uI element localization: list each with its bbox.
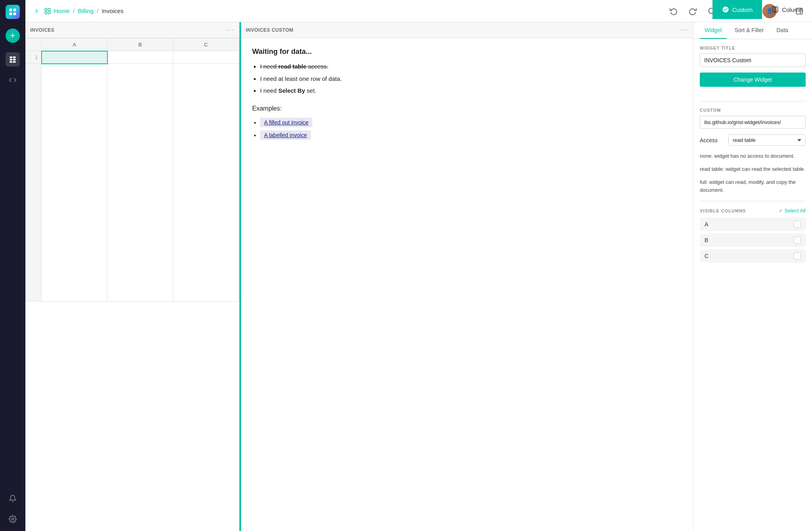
spreadsheet-menu-button[interactable]: ···	[226, 26, 234, 34]
custom-section-label: CUSTOM	[700, 108, 806, 113]
custom-panel-menu-button[interactable]: ···	[680, 26, 688, 34]
home-link[interactable]: Home	[54, 8, 70, 14]
table-row: 1	[26, 51, 239, 64]
svg-rect-6	[10, 59, 13, 60]
tab-column[interactable]: Column	[762, 0, 812, 19]
waiting-item-2-text: I need at least one row of data.	[260, 75, 342, 82]
svg-rect-4	[10, 57, 13, 58]
example-list: A filled out invoice A labelled invoice	[252, 118, 682, 140]
svg-rect-5	[13, 57, 16, 58]
right-panel: Widget Sort & Filter Data WIDGET TITLE C…	[693, 22, 812, 531]
waiting-item-2: I need at least one row of data.	[260, 74, 682, 84]
tab-widget[interactable]: Widget	[700, 22, 727, 39]
sidebar-icon-current[interactable]	[6, 52, 20, 67]
add-button[interactable]: +	[6, 29, 20, 43]
sidebar-icon-notify[interactable]	[6, 491, 20, 506]
tab-column-label: Column	[782, 6, 802, 13]
column-item-b: B	[700, 233, 806, 247]
spreadsheet-panel-header: INVOICES ···	[25, 22, 239, 38]
svg-point-10	[12, 518, 14, 520]
svg-rect-0	[10, 9, 12, 11]
svg-rect-14	[48, 11, 50, 13]
access-desc-read: read table: widget can read the selected…	[700, 165, 806, 174]
cell-a2[interactable]	[42, 64, 107, 302]
column-b-label: B	[705, 237, 708, 243]
custom-widget-panel: INVOICES Custom ··· Waiting for data... …	[239, 22, 693, 531]
column-b-checkbox[interactable]	[794, 237, 801, 244]
cell-a1[interactable]	[42, 51, 107, 64]
waiting-list: I need read table access. I need at leas…	[252, 62, 682, 96]
sidebar: +	[0, 0, 25, 531]
col-c-header: C	[173, 38, 239, 51]
pages-icon	[43, 6, 52, 16]
sidebar-icon-settings[interactable]	[6, 512, 20, 526]
tab-sort-filter[interactable]: Sort & Filter	[730, 22, 769, 39]
breadcrumb-sep-2: /	[97, 8, 98, 14]
svg-rect-9	[13, 61, 16, 63]
right-panel-tabs: Widget Sort & Filter Data	[693, 22, 812, 39]
col-a-header: A	[42, 38, 107, 51]
access-row: Access none read table full	[700, 134, 806, 146]
waiting-item-3-prefix: I need Select By set.	[260, 87, 316, 94]
cell-c1[interactable]	[173, 51, 239, 64]
column-a-label: A	[705, 221, 708, 227]
expand-icon[interactable]	[32, 6, 41, 16]
undo-button[interactable]	[667, 5, 680, 17]
cell-b1[interactable]	[107, 51, 173, 64]
change-widget-button[interactable]: Change Widget	[700, 73, 806, 87]
tab-data[interactable]: Data	[772, 22, 793, 39]
svg-rect-3	[13, 13, 16, 15]
column-item-a: A	[700, 218, 806, 231]
custom-url-input[interactable]	[700, 116, 806, 129]
main-area: Home / Billing / Invoices 👤	[25, 0, 812, 531]
waiting-title: Waiting for data...	[252, 48, 682, 56]
right-panel-content: WIDGET TITLE Change Widget CUSTOM Access…	[693, 39, 812, 531]
visible-columns-header: VISIBLE COLUMNS ✓ Select All	[700, 208, 806, 214]
example-link-1[interactable]: A filled out invoice	[260, 118, 312, 127]
breadcrumb-sep-1: /	[73, 8, 75, 14]
section-divider-2	[700, 201, 806, 201]
waiting-item-1-prefix: I need read table access.	[260, 63, 328, 70]
svg-rect-8	[10, 61, 13, 63]
topbar: Home / Billing / Invoices 👤	[25, 0, 812, 22]
spreadsheet-table[interactable]: A B C 1	[25, 38, 239, 531]
spreadsheet-title: INVOICES	[30, 27, 54, 33]
row-1-header: 1	[26, 51, 42, 64]
svg-rect-12	[48, 8, 50, 10]
access-desc-none: none: widget has no access to document.	[700, 152, 806, 160]
app-logo[interactable]	[6, 5, 20, 19]
section-divider-1	[700, 101, 806, 101]
tab-custom[interactable]: Custom	[712, 0, 762, 19]
widget-title-input[interactable]	[700, 53, 806, 67]
content-area: INVOICES ··· A B C	[25, 22, 812, 531]
access-select[interactable]: none read table full	[728, 134, 806, 146]
example-item-2: A labelled invoice	[260, 130, 682, 140]
view-tabs: Custom Column	[712, 0, 812, 19]
waiting-item-1: I need read table access.	[260, 62, 682, 71]
invoices-link: Invoices	[102, 8, 123, 14]
svg-rect-11	[45, 8, 47, 10]
breadcrumb: Home / Billing / Invoices	[32, 6, 664, 16]
svg-rect-2	[10, 13, 12, 15]
select-all-button[interactable]: ✓ Select All	[779, 208, 806, 214]
billing-link[interactable]: Billing	[78, 8, 94, 14]
visible-columns-label: VISIBLE COLUMNS	[700, 208, 746, 213]
table-row-empty	[26, 64, 239, 302]
svg-rect-1	[13, 9, 16, 11]
table-corner	[26, 38, 42, 51]
column-c-label: C	[705, 253, 709, 259]
cell-c2[interactable]	[173, 64, 239, 302]
column-c-checkbox[interactable]	[794, 252, 801, 260]
cell-b2[interactable]	[107, 64, 173, 302]
custom-panel-header: INVOICES Custom ···	[241, 22, 693, 38]
sidebar-icon-code[interactable]	[6, 73, 20, 87]
widget-title-label: WIDGET TITLE	[700, 46, 806, 50]
row-2-header	[26, 64, 42, 302]
spreadsheet-panel: INVOICES ··· A B C	[25, 22, 239, 531]
access-desc-full: full: widget can read, modify, and copy …	[700, 178, 806, 195]
column-a-checkbox[interactable]	[794, 221, 801, 228]
redo-button[interactable]	[686, 5, 699, 17]
svg-rect-24	[773, 7, 778, 12]
custom-content: Waiting for data... I need read table ac…	[241, 38, 693, 531]
example-link-2[interactable]: A labelled invoice	[260, 130, 311, 140]
